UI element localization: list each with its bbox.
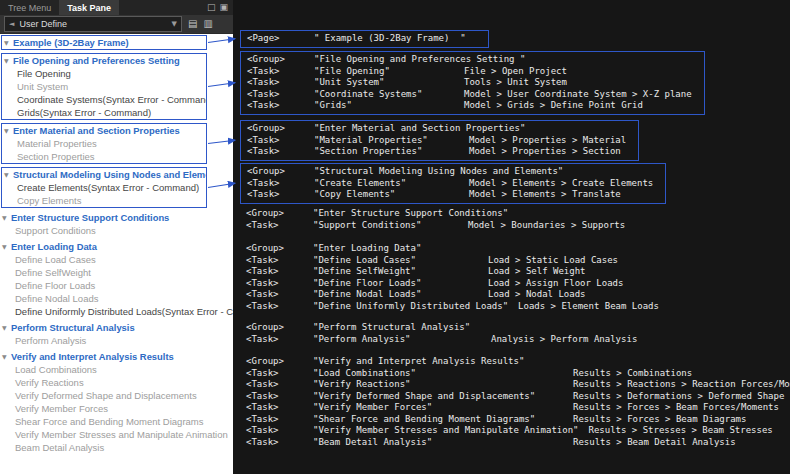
code-task-name: "Define Floor Loads" [313,278,488,290]
tree-item[interactable]: Load Combinations [0,363,233,376]
code-group-block: <Group>"Enter Loading Data"<Task>"Define… [246,243,659,312]
annotation-box: <Group>"Enter Material and Section Prope… [240,120,639,161]
code-menu-path: Tools > Unit System [464,77,567,89]
code-group-block: <Group>"Verify and Interpret Analysis Re… [246,356,790,448]
collapse-icon[interactable]: ▼ [4,54,13,67]
tree-item[interactable]: Define Load Cases [0,253,233,266]
collapse-icon[interactable]: ▼ [4,36,13,49]
code-line: <Task>"Coordinate Systems"Model > User C… [247,89,692,101]
tree-item[interactable]: Verify Deformed Shape and Displacements [0,389,233,402]
tree-item[interactable]: Create Elements(Syntax Error - Command) [2,181,206,194]
code-menu-path: Load > Nodal Loads [488,289,586,301]
tree-item-label: Shear Force and Bending Moment Diagrams [15,415,204,428]
code-tag: <Task> [247,100,314,112]
code-line: <Task>"Beam Detail Analysis"Results > Be… [246,437,790,449]
code-task-name: "Coordinate Systems" [314,89,464,101]
tree-group-header[interactable]: ▼Enter Structure Support Conditions [0,211,233,224]
tree-group-header[interactable]: ▼Structural Modeling Using Nodes and Ele… [2,168,206,181]
tree-section: ▼Verify and Interpret Analysis ResultsLo… [0,350,233,454]
tree-item[interactable]: File Opening [2,67,206,80]
code-task-name: "Create Elements" [314,178,469,190]
code-line: <Group>"Enter Material and Section Prope… [247,123,626,135]
tree-item[interactable]: Define Uniformly Distributed Loads(Synta… [0,305,233,318]
tree-item[interactable]: Define Floor Loads [0,279,233,292]
tree-item[interactable]: Copy Elements [2,194,206,207]
tree-item[interactable]: Define SelfWeight [0,266,233,279]
tree-item-label: Coordinate Systems(Syntax Error - Comman… [17,93,206,106]
float-window-icon[interactable]: □ [207,3,216,12]
dock-window-icon[interactable]: ▣ [219,3,228,12]
tree-group-header[interactable]: ▼Verify and Interpret Analysis Results [0,350,233,363]
preset-dropdown-value: User Define [19,19,67,29]
tree-group-header[interactable]: ▼File Opening and Preferences Setting [2,54,206,67]
code-task-name: "Define SelfWeight" [313,266,488,278]
code-line: <Task>"Define Floor Loads"Load > Assign … [246,278,659,290]
tab-task-pane[interactable]: Task Pane [59,0,119,15]
code-tag: <Group> [247,54,314,66]
tree-item[interactable]: Shear Force and Bending Moment Diagrams [0,415,233,428]
tree-item[interactable]: Support Conditions [0,224,233,237]
collapse-icon[interactable]: ▼ [2,240,11,253]
code-task-name: "Section Properties" [314,146,469,158]
tree-item[interactable]: Verify Member Forces [0,402,233,415]
tree-item[interactable]: Section Properties [2,150,206,163]
tree-item[interactable]: Beam Detail Analysis [0,441,233,454]
code-menu-path: Load > Static Load Cases [488,255,618,267]
code-tag: <Task> [247,66,314,78]
code-task-name: "Beam Detail Analysis" [313,437,573,449]
tree-item[interactable]: Grids(Syntax Error - Command) [2,106,206,119]
tree-item-label: Perform Analysis [15,334,86,347]
tree-item-label: Define Nodal Loads [15,292,98,305]
code-tag: <Task> [246,414,313,426]
code-group-block: <Group>"Perform Structural Analysis"<Tas… [246,322,637,345]
tree-item[interactable]: Define Nodal Loads [0,292,233,305]
collapse-icon[interactable]: ▼ [4,168,13,181]
code-tag: <Task> [246,425,313,437]
code-tag: <Task> [246,301,313,313]
code-line: <Task>"Verify Member Stresses and Manipu… [246,425,790,437]
code-menu-path: Model > Grids > Define Point Grid [464,100,643,112]
tree-group-header[interactable]: ▼Example (3D-2Bay Frame) [2,36,206,49]
expand-all-icon[interactable]: ▤ [188,19,197,29]
preset-dropdown[interactable]: ◄ User Define ▼ [4,16,182,32]
tree-item-label: Verify Reactions [15,376,84,389]
collapse-all-icon[interactable]: ▥ [203,19,212,29]
tree-section: ▼Enter Loading DataDefine Load CasesDefi… [0,240,233,318]
tree-item[interactable]: Unit System [2,80,206,93]
collapse-icon[interactable]: ▼ [2,321,11,334]
collapse-icon[interactable]: ▼ [2,211,11,224]
annotation-box: ▼Structural Modeling Using Nodes and Ele… [1,167,207,208]
code-task-name: "Verify and Interpret Analysis Results" [313,356,534,368]
tree-item[interactable]: Coordinate Systems(Syntax Error - Comman… [2,93,206,106]
collapse-icon[interactable]: ▼ [4,124,13,137]
code-task-name: " Example (3D-2Bay Frame) " [314,33,476,45]
code-tag: <Task> [246,368,313,380]
code-menu-path: Model > Boundaries > Supports [468,220,625,232]
app: <Page>" Example (3D-2Bay Frame) "<Group>… [0,0,790,474]
tree-group-header[interactable]: ▼Perform Structural Analysis [0,321,233,334]
code-task-name: "Support Conditions" [313,220,468,232]
tree-item-label: Create Elements(Syntax Error - Command) [17,181,199,194]
tree-group-header[interactable]: ▼Enter Loading Data [0,240,233,253]
tree-item[interactable]: Perform Analysis [0,334,233,347]
tree-group-header[interactable]: ▼Enter Material and Section Properties [2,124,206,137]
tree-item[interactable]: Verify Member Stresses and Manipulate An… [0,428,233,441]
code-line: <Page>" Example (3D-2Bay Frame) " [247,33,476,45]
tree-item[interactable]: Material Properties [2,137,206,150]
code-line: <Task>"Define SelfWeight"Load > Self Wei… [246,266,659,278]
back-arrow-icon: ◄ [9,20,14,28]
code-menu-path: Model > Properties > Section [469,146,621,158]
collapse-icon[interactable]: ▼ [2,350,11,363]
code-tag: <Task> [246,255,313,267]
code-line: <Task>"Verify Reactions"Results > Reacti… [246,379,790,391]
code-line: <Task>"Support Conditions"Model > Bounda… [246,220,625,232]
tree-group-label: Example (3D-2Bay Frame) [13,36,129,49]
code-line: <Task>"Section Properties"Model > Proper… [247,146,626,158]
tab-tree-menu[interactable]: Tree Menu [0,0,59,15]
code-line: <Task>"Create Elements"Model > Elements … [247,178,653,190]
code-task-name: "File Opening and Preferences Setting " [314,54,535,66]
code-task-name: "Verify Member Forces" [313,402,573,414]
tree-item[interactable]: Verify Reactions [0,376,233,389]
tree-group-label: File Opening and Preferences Setting [13,54,180,67]
code-task-name: "Enter Structure Support Conditions" [313,208,518,220]
